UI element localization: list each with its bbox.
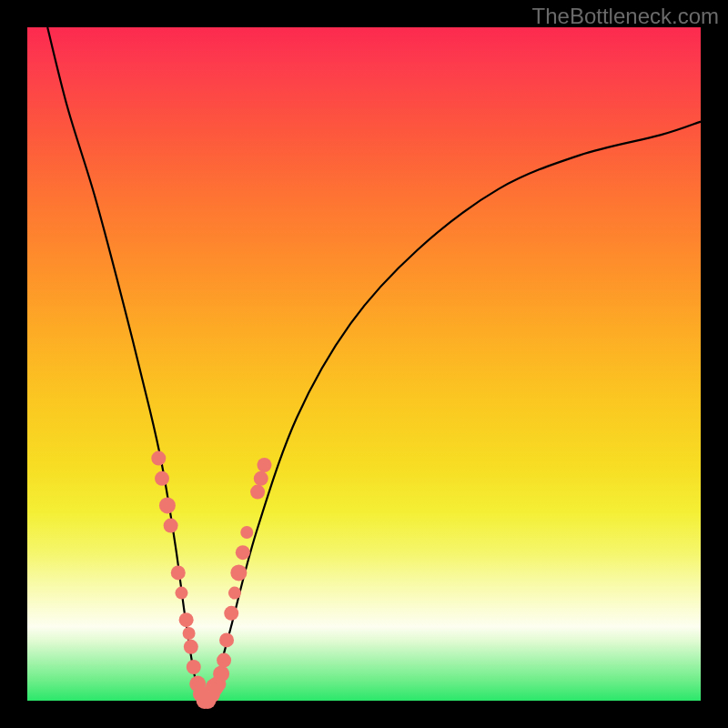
bottleneck-curve	[47, 27, 701, 701]
watermark-text: TheBottleneck.com	[532, 4, 719, 29]
data-marker	[187, 660, 201, 674]
data-marker	[159, 497, 176, 513]
marker-cluster	[151, 451, 271, 709]
data-marker	[155, 471, 169, 486]
data-marker	[230, 564, 247, 581]
data-marker	[254, 471, 268, 486]
data-marker	[151, 451, 166, 466]
data-marker	[171, 565, 186, 580]
data-marker	[236, 545, 250, 560]
data-marker	[164, 519, 178, 533]
data-marker	[240, 526, 253, 539]
data-marker	[213, 665, 229, 682]
data-marker	[179, 612, 194, 627]
plot-area	[27, 27, 701, 701]
data-marker	[175, 587, 187, 600]
data-marker	[257, 458, 271, 472]
data-marker	[250, 485, 265, 500]
data-marker	[224, 606, 238, 621]
data-marker	[219, 632, 234, 647]
data-marker	[183, 627, 196, 640]
data-marker	[184, 640, 198, 654]
chart-svg	[27, 27, 701, 701]
data-marker	[217, 653, 231, 668]
data-marker	[228, 587, 241, 600]
